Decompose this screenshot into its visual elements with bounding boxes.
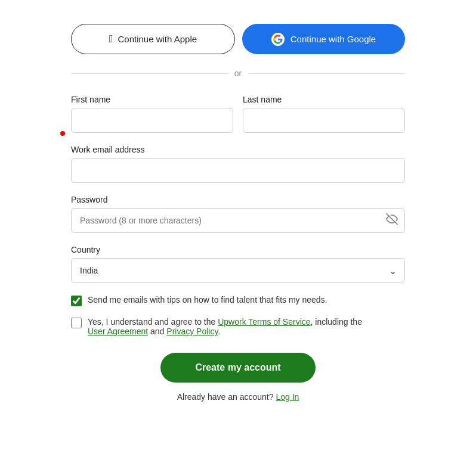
google-button-label: Continue with Google xyxy=(290,34,376,44)
login-row: Already have an account? Log In xyxy=(71,392,405,402)
last-name-input[interactable] xyxy=(243,108,405,133)
emails-checkbox[interactable] xyxy=(71,296,82,306)
password-label: Password xyxy=(71,195,405,204)
divider-line-right xyxy=(249,73,405,74)
first-name-label: First name xyxy=(71,95,233,104)
terms-text-3: and xyxy=(148,327,166,336)
email-input[interactable] xyxy=(71,158,405,183)
apple-button-label: Continue with Apple xyxy=(118,34,197,44)
last-name-group: Last name xyxy=(243,95,405,133)
terms-checkbox-row: Yes, I understand and agree to the Upwor… xyxy=(71,317,405,336)
email-label: Work email address xyxy=(71,145,405,154)
divider-text: or xyxy=(234,69,242,78)
country-select-wrapper: India United States United Kingdom ⌄ xyxy=(71,258,405,283)
login-text: Already have an account? xyxy=(177,392,274,402)
last-name-label: Last name xyxy=(243,95,405,104)
password-wrapper xyxy=(71,208,405,233)
apple-signin-button[interactable]:  Continue with Apple xyxy=(71,24,235,54)
first-name-group: First name xyxy=(71,95,233,133)
toggle-password-icon[interactable] xyxy=(386,213,398,228)
create-account-button[interactable]: Create my account xyxy=(160,353,316,383)
password-group: Password xyxy=(71,195,405,233)
user-agreement-link[interactable]: User Agreement xyxy=(88,327,148,336)
google-signin-button[interactable]: Continue with Google xyxy=(242,24,405,54)
divider-line-left xyxy=(71,73,227,74)
emails-checkbox-label[interactable]: Send me emails with tips on how to find … xyxy=(88,295,327,304)
terms-text-2: , including the xyxy=(311,317,362,327)
privacy-policy-link[interactable]: Privacy Policy xyxy=(166,327,218,336)
terms-text-4: . xyxy=(218,327,220,336)
emails-checkbox-row: Send me emails with tips on how to find … xyxy=(71,295,405,306)
name-row: First name Last name xyxy=(71,95,405,133)
apple-icon:  xyxy=(109,33,113,45)
country-group: Country India United States United Kingd… xyxy=(71,245,405,283)
error-dot xyxy=(60,131,65,136)
country-select[interactable]: India United States United Kingdom xyxy=(71,258,405,283)
login-link[interactable]: Log In xyxy=(276,392,299,402)
first-name-input[interactable] xyxy=(71,108,233,133)
or-divider: or xyxy=(71,69,405,78)
email-group: Work email address xyxy=(71,145,405,183)
terms-text-1: Yes, I understand and agree to the xyxy=(88,317,218,327)
terms-of-service-link[interactable]: Upwork Terms of Service xyxy=(218,317,310,327)
country-label: Country xyxy=(71,245,405,254)
google-icon xyxy=(271,33,285,46)
social-buttons:  Continue with Apple Continue with Goog… xyxy=(71,24,405,54)
password-input[interactable] xyxy=(71,208,405,233)
terms-checkbox[interactable] xyxy=(71,318,82,328)
terms-checkbox-label[interactable]: Yes, I understand and agree to the Upwor… xyxy=(88,317,362,336)
